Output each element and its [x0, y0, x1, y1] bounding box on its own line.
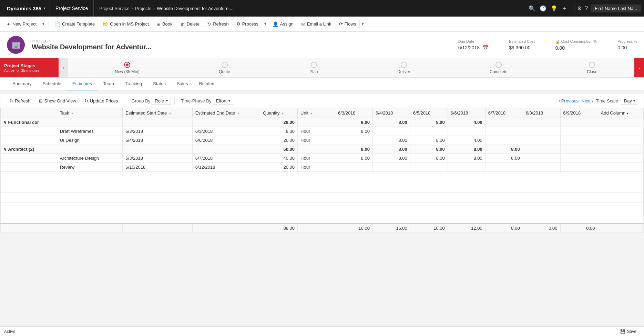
add-icon[interactable]: ＋ [562, 5, 567, 12]
brand[interactable]: Dynamics 365 ▾ [3, 0, 50, 17]
process-arrow[interactable]: ▾ [262, 20, 268, 28]
stage-item-close[interactable]: Close [587, 62, 597, 74]
project-meta: Due Date 6/12/2018 📅 Estimated Cost $9,3… [458, 39, 637, 51]
group-by-select[interactable]: Role ▾ [152, 97, 171, 105]
th-start[interactable]: Estimated Start Date ▾ [123, 108, 192, 118]
next-btn[interactable]: Next › [581, 98, 593, 103]
prev-btn[interactable]: ‹ Previous [559, 98, 579, 103]
breadcrumb-ps[interactable]: Project Service [99, 6, 129, 11]
th-6-5: 6/5/2018 [410, 108, 448, 118]
assign-label: Assign [280, 21, 294, 27]
row-d65-rev [410, 163, 448, 172]
footer-blank2 [57, 224, 123, 233]
email-link-btn[interactable]: ✉ Email a Link [298, 20, 335, 29]
refresh-label: Refresh [213, 21, 229, 27]
calendar-icon[interactable]: 📅 [482, 45, 488, 50]
estimated-cost-field: Estimated Cost $9,360.00 [509, 39, 535, 51]
new-project-main[interactable]: ＋ New Project [3, 19, 40, 29]
timescale-select[interactable]: Day ▾ [621, 97, 638, 105]
create-template-btn[interactable]: 📄 Create Template [51, 20, 98, 29]
project-name: Website Development for Adventur... [32, 43, 444, 51]
stage-item-quote[interactable]: Quote [219, 62, 230, 74]
group-d68-functional [523, 118, 560, 127]
stage-item-new[interactable]: New (35 Min) [115, 62, 139, 74]
tab-summary[interactable]: Summary [7, 78, 37, 90]
refresh-btn[interactable]: ↻ Refresh [204, 20, 232, 29]
tab-status[interactable]: Status [147, 78, 171, 90]
help-tips-icon[interactable]: 💡 [551, 5, 558, 12]
settings-icon[interactable]: ⚙ [577, 5, 582, 12]
process-main[interactable]: ⚙ Process [233, 20, 262, 28]
time-phase-select[interactable]: Effort ▾ [213, 97, 234, 105]
table-row: UI Design 6/4/2018 6/6/2018 20.00 Hour 8… [1, 136, 644, 145]
group-start-functional [123, 118, 192, 127]
est-update-prices-btn[interactable]: ↻ Update Prices [81, 97, 122, 105]
book-icon: ⊞ [156, 21, 161, 27]
th-end[interactable]: Estimated End Date ▾ [192, 108, 260, 118]
breadcrumb-projects[interactable]: Projects [135, 6, 151, 11]
tab-schedule[interactable]: Schedule [37, 78, 67, 90]
delete-icon: 🗑 [180, 21, 185, 27]
project-header: 🏢 PROJECT Website Development for Advent… [0, 32, 644, 58]
tab-team[interactable]: Team [98, 78, 120, 90]
estimated-cost-label: Estimated Cost [509, 39, 535, 43]
group-expand-functional[interactable]: ∨ Functional cor [1, 118, 57, 127]
process-btn[interactable]: ⚙ Process ▾ [233, 20, 268, 28]
delete-label: Delete [187, 21, 200, 27]
stage-item-complete[interactable]: Complete [490, 62, 507, 74]
estimates-panel: ↻ Refresh ⊞ Show Grid View ↻ Update Pric… [0, 94, 644, 233]
stage-item-deliver[interactable]: Deliver [397, 62, 410, 74]
group-start-architect [123, 145, 192, 154]
th-qty[interactable]: Quantity ▾ [260, 108, 298, 118]
th-add-col[interactable]: Add Column ▾ [598, 108, 643, 118]
tab-estimates[interactable]: Estimates [67, 78, 98, 90]
row-qty-uid: 20.00 [260, 136, 298, 145]
assign-btn[interactable]: 👤 Assign [269, 20, 297, 29]
tab-tracking[interactable]: Tracking [120, 78, 147, 90]
tab-sales[interactable]: Sales [171, 78, 194, 90]
row-d63-rev [335, 163, 372, 172]
est-show-grid-btn[interactable]: ⊞ Show Grid View [35, 97, 80, 105]
book-btn[interactable]: ⊞ Book [153, 20, 176, 29]
flows-arrow[interactable]: ▾ [359, 20, 366, 28]
row-d67-dw [485, 127, 523, 136]
stage-item-plan[interactable]: Plan [310, 62, 318, 74]
lock-icon: 🔒 [555, 39, 560, 43]
time-phase-label: Time-Phase By [181, 98, 211, 103]
breadcrumb-sep2: › [153, 6, 155, 11]
grid-container: Task ▾ Estimated Start Date ▾ Estimated … [0, 108, 644, 233]
stage-prev-btn[interactable]: ‹ [59, 58, 68, 77]
project-avatar: 🏢 [7, 36, 25, 54]
footer-unit [298, 224, 335, 233]
row-unit-rev: Hour [298, 163, 335, 172]
est-refresh-btn[interactable]: ↻ Refresh [6, 97, 34, 105]
th-task[interactable]: Task ▾ [57, 108, 123, 118]
row-add-ad [598, 154, 643, 163]
row-d69-dw [560, 127, 598, 136]
th-unit[interactable]: Unit ▾ [298, 108, 335, 118]
top-nav-icons: 🔍 🕐 💡 ＋ [524, 5, 571, 12]
tab-related[interactable]: Related [193, 78, 220, 90]
group-row-architect: ∨ Architect (2) 60.00 8.00 8.00 8.00 8.0… [1, 145, 644, 154]
help-icon[interactable]: ? [585, 5, 588, 11]
top-nav: Dynamics 365 ▾ Project Service Project S… [0, 0, 644, 17]
search-icon[interactable]: 🔍 [529, 5, 535, 12]
delete-btn[interactable]: 🗑 Delete [177, 20, 203, 29]
new-project-arrow[interactable]: ▾ [40, 20, 47, 28]
stage-circle-deliver [401, 62, 407, 68]
new-project-btn[interactable]: ＋ New Project ▾ [3, 19, 47, 29]
table-row: Architecture Design 6/3/2018 6/7/2018 40… [1, 154, 644, 163]
open-ms-project-btn[interactable]: 📂 Open in MS Project [99, 20, 152, 29]
group-expand-architect[interactable]: ∨ Architect (2) [1, 145, 57, 154]
row-end-dw: 6/3/2018 [192, 127, 260, 136]
estimates-toolbar: ↻ Refresh ⊞ Show Grid View ↻ Update Pric… [0, 94, 644, 108]
due-date-label: Due Date [458, 39, 488, 43]
flows-main[interactable]: ⟳ Flows [336, 20, 360, 28]
recent-icon[interactable]: 🕐 [540, 5, 546, 12]
row-d65-ad: 8.00 [410, 154, 448, 163]
stage-circle-new [124, 62, 130, 68]
user-menu[interactable]: First Name Last Na... [591, 4, 641, 12]
footer-row: 88.00 16.00 16.00 16.00 12.00 8.00 0.00 … [1, 224, 644, 233]
stage-next-btn[interactable]: › [634, 58, 644, 77]
flows-btn[interactable]: ⟳ Flows ▾ [336, 20, 366, 28]
